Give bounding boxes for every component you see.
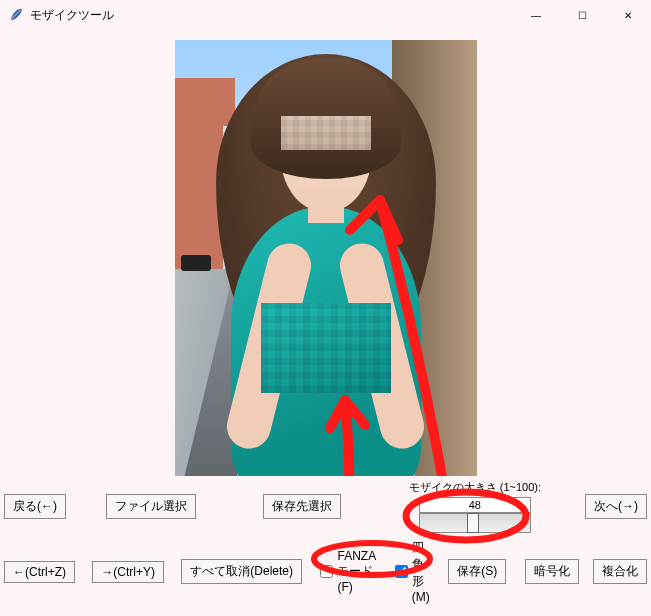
next-button[interactable]: 次へ(→) <box>585 494 647 519</box>
cancel-all-button[interactable]: すべて取消(Delete) <box>181 559 302 584</box>
redo-button[interactable]: →(Ctrl+Y) <box>92 561 164 583</box>
fanza-mode-label: FANZAモード(F) <box>337 549 376 594</box>
window-controls: — ☐ ✕ <box>513 0 651 30</box>
fanza-mode-input[interactable] <box>320 565 333 578</box>
mosaic-size-block: モザイクの大きさ (1~100): 48 <box>409 480 541 533</box>
mosaic-size-label: モザイクの大きさ (1~100): <box>409 480 541 495</box>
app-icon <box>8 7 24 23</box>
mosaic-region[interactable] <box>281 116 371 150</box>
mosaic-region[interactable] <box>261 303 391 393</box>
file-select-button[interactable]: ファイル選択 <box>106 494 196 519</box>
minimize-button[interactable]: — <box>513 0 559 30</box>
preview-image[interactable] <box>175 40 477 518</box>
mosaic-size-value[interactable]: 48 <box>419 497 531 513</box>
rectangle-input[interactable] <box>395 565 408 578</box>
encrypt-button[interactable]: 暗号化 <box>525 559 579 584</box>
rectangle-checkbox[interactable]: 四角形(M) <box>395 539 430 604</box>
undo-button[interactable]: ←(Ctrl+Z) <box>4 561 75 583</box>
fanza-mode-checkbox[interactable]: FANZAモード(F) <box>320 549 376 594</box>
image-bg-car <box>181 255 211 271</box>
maximize-button[interactable]: ☐ <box>559 0 605 30</box>
control-panel: 戻る(←) ファイル選択 保存先選択 モザイクの大きさ (1~100): 48 … <box>0 476 651 616</box>
window-title: モザイクツール <box>30 7 114 24</box>
canvas-area[interactable] <box>0 30 651 528</box>
save-dest-button[interactable]: 保存先選択 <box>263 494 341 519</box>
rectangle-label: 四角形(M) <box>412 539 430 604</box>
save-button[interactable]: 保存(S) <box>448 559 506 584</box>
back-button[interactable]: 戻る(←) <box>4 494 66 519</box>
composite-button[interactable]: 複合化 <box>593 559 647 584</box>
slider-thumb[interactable] <box>467 513 479 533</box>
titlebar: モザイクツール — ☐ ✕ <box>0 0 651 30</box>
mosaic-size-slider[interactable] <box>419 513 531 533</box>
close-button[interactable]: ✕ <box>605 0 651 30</box>
